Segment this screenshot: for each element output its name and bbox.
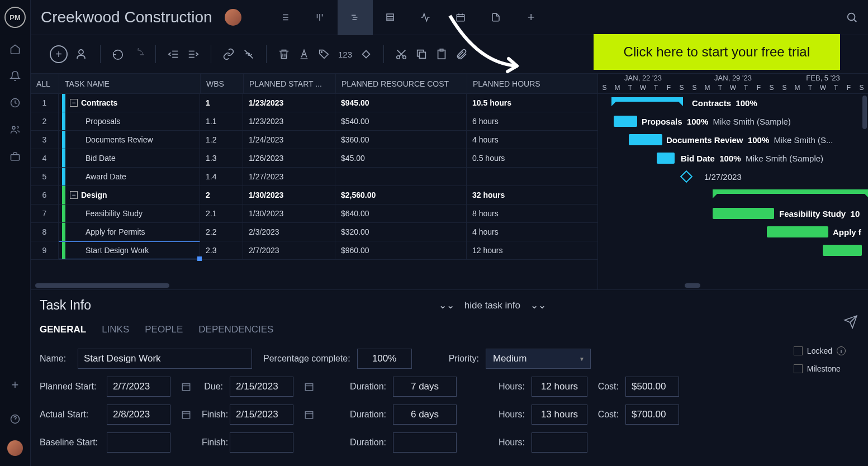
collapse-icon[interactable]: − bbox=[70, 99, 78, 107]
milestone-tool-icon[interactable] bbox=[360, 48, 372, 60]
col-cost[interactable]: PLANNED RESOURCE COST bbox=[335, 74, 467, 93]
priority-label: Priority: bbox=[449, 354, 479, 364]
name-input[interactable] bbox=[78, 349, 252, 369]
view-board-icon[interactable] bbox=[302, 0, 338, 35]
send-icon[interactable] bbox=[843, 315, 858, 329]
gantt-h-scrollbar[interactable] bbox=[598, 282, 868, 289]
table-row[interactable]: 7Feasibility Study2.11/30/2023$640.008 h… bbox=[31, 205, 597, 223]
baseline-start-input[interactable] bbox=[107, 432, 170, 453]
actual-duration-input[interactable] bbox=[393, 405, 457, 425]
gantt-row[interactable]: Apply f bbox=[598, 223, 868, 241]
duration-input[interactable] bbox=[393, 377, 457, 397]
priority-select[interactable]: Medium bbox=[486, 349, 591, 369]
cost-input[interactable] bbox=[625, 377, 679, 397]
undo-icon[interactable] bbox=[112, 48, 124, 60]
home-icon[interactable] bbox=[10, 44, 21, 55]
add-icon[interactable]: + bbox=[12, 378, 19, 392]
table-row[interactable]: 1−Contracts11/23/2023$945.0010.5 hours bbox=[31, 94, 597, 112]
indent-icon[interactable] bbox=[187, 48, 200, 60]
pct-input[interactable] bbox=[357, 349, 412, 369]
collapse-icon[interactable]: − bbox=[70, 191, 78, 199]
gantt-row[interactable]: Bid Date 100% Mike Smith (Sample) bbox=[598, 149, 868, 168]
add-person-icon[interactable] bbox=[75, 47, 89, 61]
actual-start-input[interactable] bbox=[107, 405, 170, 425]
tag-icon[interactable] bbox=[318, 48, 330, 60]
actual-cost-input[interactable] bbox=[625, 405, 679, 425]
info-icon[interactable]: i bbox=[837, 346, 846, 355]
col-name[interactable]: TASK NAME bbox=[59, 74, 200, 93]
clock-icon[interactable] bbox=[10, 97, 21, 108]
table-row[interactable]: 9Start Design Work2.32/7/2023$960.0012 h… bbox=[31, 241, 597, 260]
link-icon[interactable] bbox=[222, 48, 235, 60]
unlink-icon[interactable] bbox=[243, 48, 255, 60]
gantt-row[interactable]: Contracts 100% bbox=[598, 94, 868, 112]
calendar-icon[interactable] bbox=[177, 377, 195, 397]
hours-input[interactable] bbox=[532, 377, 587, 397]
tab-people[interactable]: PEOPLE bbox=[145, 324, 183, 335]
number-icon[interactable]: 123 bbox=[338, 50, 352, 59]
tab-links[interactable]: LINKS bbox=[102, 324, 129, 335]
grid-h-scrollbar[interactable] bbox=[31, 282, 597, 289]
view-list-icon[interactable] bbox=[267, 0, 302, 35]
table-row[interactable]: 5Award Date1.41/27/2023 bbox=[31, 168, 597, 186]
tab-dependencies[interactable]: DEPENDENCIES bbox=[198, 324, 273, 335]
top-bar: Creekwood Construction + bbox=[31, 0, 868, 35]
people-icon[interactable] bbox=[10, 124, 21, 135]
tab-general[interactable]: GENERAL bbox=[40, 324, 86, 335]
view-calendar-icon[interactable] bbox=[443, 0, 478, 35]
planned-start-input[interactable] bbox=[107, 377, 170, 397]
table-row[interactable]: 6−Design21/30/2023$2,560.0032 hours bbox=[31, 186, 597, 205]
help-icon[interactable] bbox=[10, 413, 21, 425]
attachment-icon[interactable] bbox=[456, 48, 468, 60]
view-activity-icon[interactable] bbox=[408, 0, 443, 35]
copy-icon[interactable] bbox=[415, 48, 428, 60]
gantt-row[interactable]: 1/27/2023 bbox=[598, 168, 868, 186]
redo-icon[interactable] bbox=[132, 48, 144, 60]
finish-input[interactable] bbox=[230, 405, 293, 425]
paste-icon[interactable] bbox=[435, 48, 448, 60]
user-avatar[interactable] bbox=[7, 440, 23, 456]
actual-hours-input[interactable] bbox=[532, 405, 587, 425]
cut-icon[interactable] bbox=[395, 48, 407, 60]
table-row[interactable]: 8Apply for Permits2.22/3/2023$320.004 ho… bbox=[31, 223, 597, 241]
calendar-icon[interactable] bbox=[300, 405, 318, 425]
col-all[interactable]: ALL bbox=[31, 79, 59, 88]
gantt-row[interactable]: Feasibility Study 10 bbox=[598, 205, 868, 223]
col-start[interactable]: PLANNED START ... bbox=[243, 74, 335, 93]
col-hours[interactable]: PLANNED HOURS bbox=[467, 74, 556, 93]
table-row[interactable]: 4Bid Date1.31/26/2023$45.000.5 hours bbox=[31, 149, 597, 168]
locked-checkbox[interactable] bbox=[794, 346, 803, 355]
briefcase-icon[interactable] bbox=[10, 151, 21, 162]
cta-free-trial-button[interactable]: Click here to start your free trial bbox=[594, 34, 840, 70]
text-color-icon[interactable] bbox=[298, 48, 310, 60]
hide-task-info[interactable]: ⌄⌄ hide task info ⌄⌄ bbox=[439, 299, 546, 311]
baseline-hours-input[interactable] bbox=[532, 432, 587, 453]
baseline-finish-input[interactable] bbox=[230, 432, 293, 453]
app-logo[interactable]: PM bbox=[4, 7, 26, 28]
table-row[interactable]: 3Documents Review1.21/24/2023$360.004 ho… bbox=[31, 131, 597, 149]
calendar-icon[interactable] bbox=[300, 377, 318, 397]
svg-rect-16 bbox=[387, 14, 393, 21]
project-avatar[interactable] bbox=[225, 9, 241, 26]
gantt-row[interactable] bbox=[598, 241, 868, 260]
view-add-icon[interactable]: + bbox=[514, 0, 549, 35]
milestone-checkbox[interactable] bbox=[794, 364, 803, 373]
due-input[interactable] bbox=[230, 377, 293, 397]
outdent-icon[interactable] bbox=[167, 48, 179, 60]
col-wbs[interactable]: WBS bbox=[200, 74, 243, 93]
baseline-duration-input[interactable] bbox=[393, 432, 457, 453]
delete-icon[interactable] bbox=[278, 48, 290, 60]
gantt-v-scrollbar[interactable] bbox=[862, 96, 867, 129]
gantt-row[interactable]: Documents Review 100% Mike Smith (S... bbox=[598, 131, 868, 149]
view-sheet-icon[interactable] bbox=[373, 0, 408, 35]
view-file-icon[interactable] bbox=[478, 0, 514, 35]
svg-point-25 bbox=[79, 50, 83, 54]
gantt-row[interactable]: Proposals 100% Mike Smith (Sample) bbox=[598, 112, 868, 131]
table-row[interactable]: 2Proposals1.11/23/2023$540.006 hours bbox=[31, 112, 597, 131]
search-icon[interactable] bbox=[846, 11, 858, 23]
bell-icon[interactable] bbox=[10, 70, 21, 82]
calendar-icon[interactable] bbox=[177, 405, 195, 425]
add-task-button[interactable]: + bbox=[50, 45, 68, 63]
view-gantt-icon[interactable] bbox=[338, 0, 373, 35]
gantt-row[interactable] bbox=[598, 186, 868, 205]
